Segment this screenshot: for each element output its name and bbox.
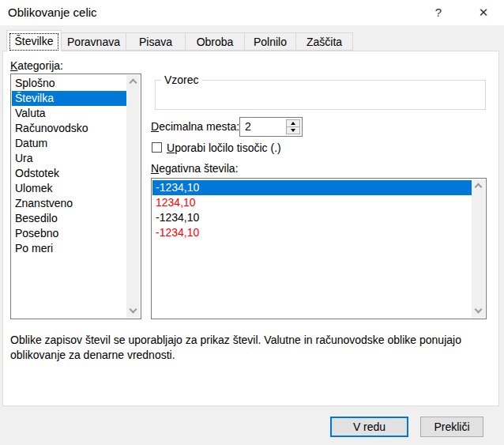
tab-zascita[interactable]: Zaščita bbox=[295, 32, 353, 51]
ok-button-label: V redu bbox=[353, 420, 386, 433]
tab-obroba[interactable]: Obroba bbox=[185, 32, 245, 51]
category-item[interactable]: Valuta bbox=[12, 106, 126, 121]
category-list: Splošno Številka Valuta Računovodsko Dat… bbox=[12, 76, 126, 318]
negative-numbers-label: Negativna števila: bbox=[151, 162, 239, 175]
tab-polnilo[interactable]: Polnilo bbox=[244, 32, 296, 51]
help-icon: ? bbox=[435, 6, 442, 19]
dialog-title: Oblikovanje celic bbox=[8, 6, 97, 19]
category-listbox: Splošno Številka Valuta Računovodsko Dat… bbox=[10, 74, 141, 319]
category-item[interactable]: Računovodsko bbox=[12, 121, 126, 136]
sample-legend: Vzorec bbox=[161, 74, 202, 86]
spin-down-button[interactable] bbox=[286, 126, 300, 134]
category-label: Kategorija: bbox=[10, 59, 63, 72]
negative-format-item[interactable]: -1234,10 bbox=[152, 210, 472, 225]
decimal-places-value: 2 bbox=[245, 120, 251, 133]
spin-up-icon bbox=[291, 122, 295, 125]
negative-format-item[interactable]: -1234,10 bbox=[152, 225, 472, 240]
negative-format-item[interactable]: 1234,10 bbox=[152, 195, 472, 210]
category-item[interactable]: Besedilo bbox=[12, 211, 126, 226]
category-item[interactable]: Po meri bbox=[12, 241, 126, 256]
negative-numbers-listbox: -1234,10 1234,10 -1234,10 -1234,10 bbox=[151, 178, 487, 319]
tab-label: Pisava bbox=[139, 36, 172, 48]
negative-format-item-selected[interactable]: -1234,10 bbox=[152, 180, 472, 195]
close-icon: ✕ bbox=[479, 6, 489, 19]
tab-label: Polnilo bbox=[254, 36, 287, 48]
sample-groupbox: Vzorec bbox=[155, 80, 486, 110]
scroll-down-icon[interactable] bbox=[472, 304, 485, 318]
scroll-up-icon[interactable] bbox=[126, 75, 140, 89]
category-scrollbar[interactable] bbox=[126, 75, 140, 318]
tab-label: Poravnava bbox=[67, 36, 120, 48]
scroll-up-icon[interactable] bbox=[472, 179, 485, 193]
category-item[interactable]: Znanstveno bbox=[12, 196, 126, 211]
tab-label: Številke bbox=[14, 35, 53, 47]
category-item[interactable]: Posebno bbox=[12, 226, 126, 241]
title-bar: Oblikovanje celic ? ✕ bbox=[0, 0, 504, 25]
thousands-separator-checkbox[interactable] bbox=[152, 142, 162, 153]
cancel-button-label: Prekliči bbox=[434, 420, 469, 433]
help-button[interactable]: ? bbox=[427, 0, 450, 25]
category-item[interactable]: Ura bbox=[12, 151, 126, 166]
format-cells-dialog: Oblikovanje celic ? ✕ Številke Poravnava… bbox=[0, 0, 504, 445]
cancel-button[interactable]: Prekliči bbox=[420, 417, 483, 437]
category-item[interactable]: Splošno bbox=[12, 76, 126, 91]
decimal-places-spinner[interactable]: 2 bbox=[239, 117, 303, 137]
tab-pisava[interactable]: Pisava bbox=[126, 32, 186, 51]
thousands-separator-label: Uporabi ločilo tisočic (.) bbox=[167, 141, 281, 154]
tab-poravnava[interactable]: Poravnava bbox=[61, 32, 126, 51]
close-button[interactable]: ✕ bbox=[468, 0, 499, 25]
ok-button[interactable]: V redu bbox=[330, 417, 408, 437]
category-item[interactable]: Datum bbox=[12, 136, 126, 151]
tab-label: Obroba bbox=[197, 36, 234, 48]
format-description: Oblike zapisov števil se uporabljajo za … bbox=[10, 333, 489, 363]
tab-label: Zaščita bbox=[307, 36, 342, 48]
category-item[interactable]: Ulomek bbox=[12, 181, 126, 196]
category-item-selected[interactable]: Številka bbox=[12, 91, 126, 106]
decimal-places-label: Decimalna mesta: bbox=[151, 120, 239, 133]
spin-down-icon bbox=[291, 129, 295, 132]
tab-stevilke[interactable]: Številke bbox=[6, 30, 62, 51]
scroll-down-icon[interactable] bbox=[126, 304, 140, 318]
spin-buttons bbox=[286, 119, 300, 134]
negative-numbers-list: -1234,10 1234,10 -1234,10 -1234,10 bbox=[152, 180, 472, 318]
negative-numbers-scrollbar[interactable] bbox=[472, 179, 485, 318]
category-item[interactable]: Odstotek bbox=[12, 166, 126, 181]
